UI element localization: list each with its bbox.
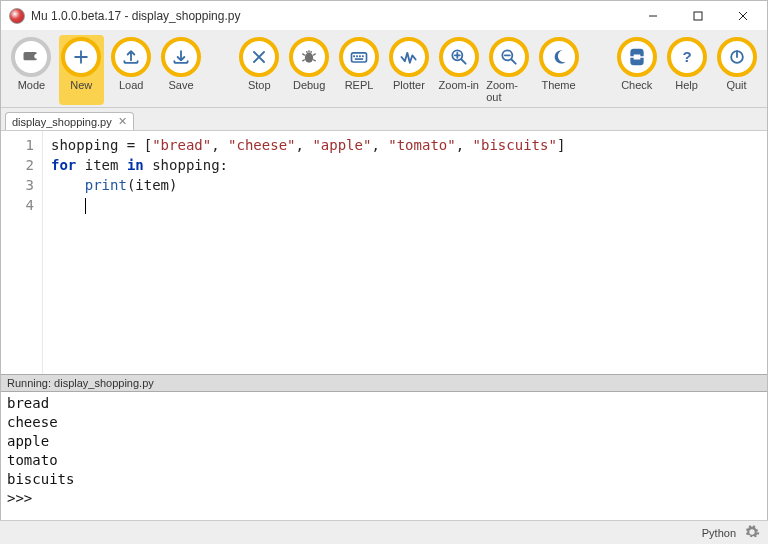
close-button[interactable] <box>720 2 765 30</box>
mode-label: Mode <box>18 79 46 91</box>
window-title: Mu 1.0.0.beta.17 - display_shopping.py <box>31 9 240 23</box>
svg-rect-9 <box>356 55 358 57</box>
mode-button[interactable]: Mode <box>9 35 54 105</box>
svg-rect-7 <box>352 53 367 62</box>
tabstrip: display_shopping.py ✕ <box>1 108 767 130</box>
svg-point-5 <box>35 54 40 59</box>
save-button[interactable]: Save <box>159 35 204 105</box>
minimize-button[interactable] <box>630 2 675 30</box>
plotter-label: Plotter <box>393 79 425 91</box>
svg-rect-12 <box>355 58 363 60</box>
statusbar: Python <box>0 520 768 544</box>
help-label: Help <box>675 79 698 91</box>
tab-close-icon[interactable]: ✕ <box>118 115 127 128</box>
output-panel[interactable]: bread cheese apple tomato biscuits >>> <box>1 392 767 514</box>
tab-active[interactable]: display_shopping.py ✕ <box>5 112 134 130</box>
app-icon <box>9 8 25 24</box>
svg-text:?: ? <box>682 48 691 65</box>
new-label: New <box>70 79 92 91</box>
load-button[interactable]: Load <box>109 35 154 105</box>
status-mode: Python <box>702 527 736 539</box>
svg-rect-8 <box>353 55 355 57</box>
svg-rect-1 <box>694 12 702 20</box>
output-panel-header: Running: display_shopping.py <box>1 374 767 392</box>
check-label: Check <box>621 79 652 91</box>
load-label: Load <box>119 79 143 91</box>
quit-button[interactable]: Quit <box>714 35 759 105</box>
zoom-out-label: Zoom-out <box>486 79 531 103</box>
debug-button[interactable]: Debug <box>287 35 332 105</box>
check-button[interactable]: Check <box>614 35 659 105</box>
settings-gear-icon[interactable] <box>744 524 760 542</box>
maximize-button[interactable] <box>675 2 720 30</box>
titlebar: Mu 1.0.0.beta.17 - display_shopping.py <box>1 1 767 31</box>
svg-rect-11 <box>362 55 364 57</box>
toolbar: Mode New Load Save Stop Debug REPL Plott… <box>1 31 767 108</box>
gutter: 1234 <box>1 131 43 374</box>
theme-button[interactable]: Theme <box>536 35 581 105</box>
zoom-out-button[interactable]: Zoom-out <box>486 35 531 105</box>
stop-button[interactable]: Stop <box>237 35 282 105</box>
editor[interactable]: 1234 shopping = ["bread", "cheese", "app… <box>1 130 767 374</box>
theme-label: Theme <box>541 79 575 91</box>
svg-point-6 <box>305 53 313 63</box>
stop-label: Stop <box>248 79 271 91</box>
code-area[interactable]: shopping = ["bread", "cheese", "apple", … <box>43 131 767 374</box>
quit-label: Quit <box>726 79 746 91</box>
plotter-button[interactable]: Plotter <box>386 35 431 105</box>
debug-label: Debug <box>293 79 325 91</box>
save-label: Save <box>169 79 194 91</box>
new-button[interactable]: New <box>59 35 104 105</box>
repl-label: REPL <box>345 79 374 91</box>
help-button[interactable]: ? Help <box>664 35 709 105</box>
tab-label: display_shopping.py <box>12 116 112 128</box>
repl-button[interactable]: REPL <box>337 35 382 105</box>
svg-rect-10 <box>359 55 361 57</box>
zoom-in-label: Zoom-in <box>439 79 479 91</box>
zoom-in-button[interactable]: Zoom-in <box>436 35 481 105</box>
